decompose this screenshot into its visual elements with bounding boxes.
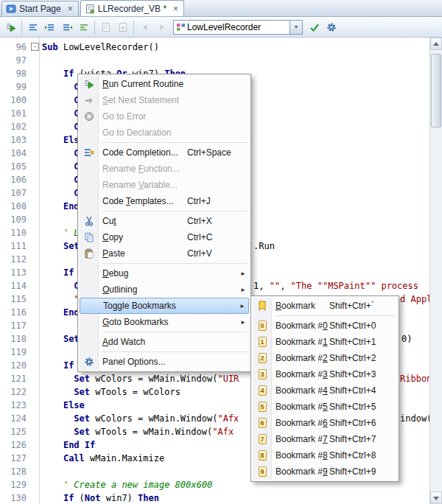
code-text: Set xyxy=(42,332,80,346)
code-segment: win7) xyxy=(101,493,138,503)
menu-separator xyxy=(102,351,248,352)
code-text: Set wTools = wMain.Window("Afx xyxy=(42,425,234,438)
code-segment: Set xyxy=(74,374,90,384)
menu-item-label: Bookmark #6 xyxy=(272,418,328,428)
fold-collapse-icon[interactable]: - xyxy=(31,43,39,51)
menu-item-copy[interactable]: CopyCtrl+C xyxy=(80,229,249,245)
code-segment xyxy=(42,360,63,371)
menu-item-label: Rename Variable... xyxy=(99,180,178,190)
code-segment: wMain.Maximize xyxy=(85,453,164,463)
navigate-forward-icon xyxy=(153,19,170,35)
menu-item-label: Add Watch xyxy=(99,337,145,347)
submenu-arrow-icon: ► xyxy=(240,270,246,277)
format-lines-3-icon[interactable] xyxy=(58,19,75,35)
code-segment: , xyxy=(280,281,290,291)
menu-item-shortcut: Ctrl+V xyxy=(187,248,249,259)
menu-item-panel-options[interactable]: Panel Options... xyxy=(80,354,249,370)
menu-item-cut[interactable]: CutCtrl+X xyxy=(80,213,249,229)
menu-item-bookmark[interactable]: BookmarkShift+Ctrl+` xyxy=(253,298,397,314)
bookmark-1-icon: 1 xyxy=(253,337,272,347)
code-segment xyxy=(42,241,63,251)
code-text: If (Not win7) Then xyxy=(42,491,159,504)
tab-start-page[interactable]: Start Page× xyxy=(1,1,79,16)
menu-item-bookmark-5[interactable]: 5Bookmark #5Shift+Ctrl+5 xyxy=(253,399,397,415)
routine-icon xyxy=(176,22,186,32)
code-segment: Else xyxy=(63,400,85,410)
tab-bar: Start Page×LLRecorder_VB *× xyxy=(0,0,442,17)
tool-disabled-2-icon xyxy=(114,19,131,35)
code-text: ' Create a new image 800x600 xyxy=(42,478,212,491)
bookmark-6-icon: 6 xyxy=(253,418,272,428)
menu-item-goto-bookmarks[interactable]: Goto Bookmarks► xyxy=(80,314,249,330)
panel-options-icon[interactable] xyxy=(323,19,340,35)
routine-combo-value: LowLevelRecorder xyxy=(187,22,290,32)
menu-item-code-templates[interactable]: Code Templates...Ctrl+J xyxy=(80,193,249,209)
bookmark-4-icon: 4 xyxy=(253,385,272,396)
code-segment xyxy=(42,201,63,211)
format-lines-1-icon[interactable] xyxy=(24,19,41,35)
menu-item-code-completion[interactable]: Code Completion...Ctrl+Space xyxy=(80,144,249,161)
menu-item-bookmark-2[interactable]: 2Bookmark #2Shift+Ctrl+2 xyxy=(253,350,397,366)
menu-item-bookmark-8[interactable]: 8Bookmark #8Shift+Ctrl+8 xyxy=(253,447,397,463)
next-icon xyxy=(80,95,99,105)
menu-item-shortcut: Ctrl+C xyxy=(187,232,249,242)
menu-item-shortcut: Shift+Ctrl+` xyxy=(329,301,397,311)
menu-item-label: Panel Options... xyxy=(99,357,165,367)
menu-item-label: Goto Bookmarks xyxy=(99,317,168,327)
menu-separator xyxy=(102,142,248,143)
menu-item-bookmark-0[interactable]: 0Bookmark #0Shift+Ctrl+0 xyxy=(253,318,397,334)
scroll-down-button[interactable] xyxy=(430,491,442,504)
menu-item-outlining[interactable]: Outlining► xyxy=(80,281,249,298)
menu-item-debug[interactable]: Debug► xyxy=(80,265,249,281)
code-text: C xyxy=(42,107,80,120)
bookmark-digit: 1 xyxy=(259,337,267,347)
toggle-bookmarks-submenu: BookmarkShift+Ctrl+`0Bookmark #0Shift+Ct… xyxy=(250,295,399,482)
combo-dropdown-button[interactable]: ▼ xyxy=(290,21,302,34)
menu-item-label: Run Current Routine xyxy=(99,79,183,89)
syntax-check-icon[interactable] xyxy=(306,19,323,35)
code-text: Set wColors = wMain.Window("Afx xyxy=(42,412,239,425)
menu-item-run-current-routine[interactable]: Run Current Routine xyxy=(80,76,249,92)
tab-llrecorder-vb[interactable]: LLRecorder_VB *× xyxy=(80,0,184,16)
menu-item-bookmark-7[interactable]: 7Bookmark #7Shift+Ctrl+7 xyxy=(253,431,397,447)
tab-close-icon[interactable]: × xyxy=(172,5,180,13)
code-segment xyxy=(42,453,63,463)
menu-item-shortcut: Shift+Ctrl+6 xyxy=(329,418,397,428)
vertical-scrollbar[interactable] xyxy=(429,38,442,504)
code-segment xyxy=(42,267,63,278)
code-segment: If xyxy=(63,493,74,503)
run-current-routine-icon[interactable] xyxy=(2,19,19,35)
code-line-96: Sub LowLevelRecorder() xyxy=(0,41,429,54)
code-text: Set xyxy=(42,239,80,253)
code-text: C xyxy=(42,147,80,160)
toolbar-separator xyxy=(133,21,134,34)
menu-item-paste[interactable]: PasteCtrl+V xyxy=(80,245,249,262)
menu-item-label: Bookmark #2 xyxy=(272,353,328,363)
bookmark-2-icon: 2 xyxy=(253,353,272,363)
menu-item-toggle-bookmarks[interactable]: Toggle Bookmarks► xyxy=(80,298,249,314)
routine-combobox[interactable]: LowLevelRecorder ▼ xyxy=(173,20,303,35)
menu-item-bookmark-9[interactable]: 9Bookmark #9Shift+Ctrl+9 xyxy=(253,463,397,480)
menu-item-bookmark-6[interactable]: 6Bookmark #6Shift+Ctrl+6 xyxy=(253,415,397,431)
code-segment: LowLevelRecorder() xyxy=(58,42,159,52)
format-lines-2-icon[interactable] xyxy=(41,19,58,35)
menu-item-bookmark-4[interactable]: 4Bookmark #4Shift+Ctrl+4 xyxy=(253,382,397,399)
menu-item-label: Cut xyxy=(99,216,116,226)
menu-item-add-watch[interactable]: Add Watch xyxy=(80,334,249,350)
code-segment xyxy=(42,161,74,172)
code-text: End xyxy=(42,306,80,319)
scrollbar-thumb[interactable] xyxy=(431,54,441,127)
tab-close-icon[interactable]: × xyxy=(66,5,74,13)
menu-item-bookmark-1[interactable]: 1Bookmark #1Shift+Ctrl+1 xyxy=(253,334,397,350)
code-segment xyxy=(42,135,63,145)
code-segment: Call xyxy=(63,453,85,463)
format-lines-4-icon[interactable] xyxy=(75,19,92,35)
scroll-up-button[interactable] xyxy=(430,38,442,50)
menu-item-label: Copy xyxy=(99,232,123,242)
bookmark-8-icon: 8 xyxy=(253,450,272,461)
code-segment: 0) xyxy=(401,334,412,344)
code-text: C xyxy=(42,94,80,107)
menu-item-label: Bookmark #7 xyxy=(272,434,328,444)
menu-item-bookmark-3[interactable]: 3Bookmark #3Shift+Ctrl+3 xyxy=(253,366,397,382)
menu-item-shortcut: Ctrl+J xyxy=(187,196,249,206)
